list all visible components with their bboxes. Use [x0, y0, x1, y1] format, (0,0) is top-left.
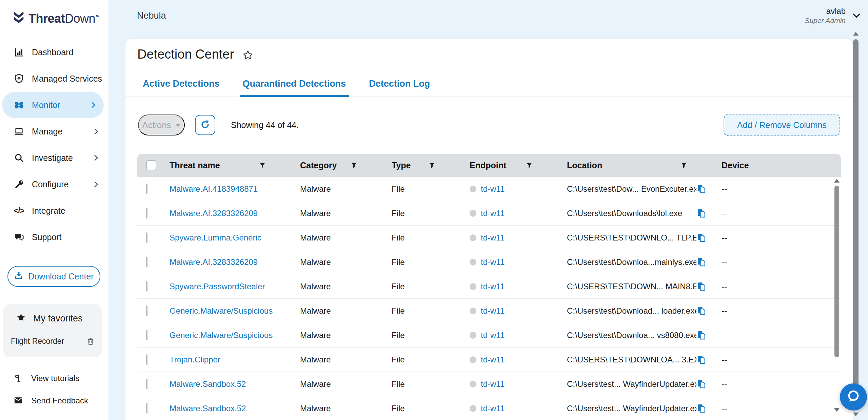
trash-icon[interactable] [86, 337, 95, 346]
threat-name-cell: Generic.Malware/Suspicious [170, 306, 300, 316]
copy-icon[interactable] [696, 330, 706, 340]
row-checkbox[interactable] [146, 232, 147, 243]
table-row[interactable]: Generic.Malware/Suspicious Malware File … [137, 299, 841, 323]
tab-active-detections[interactable]: Active Detections [140, 73, 223, 97]
row-checkbox[interactable] [146, 306, 147, 316]
row-checkbox[interactable] [146, 208, 147, 218]
device-cell: -- [722, 257, 841, 267]
page-scrollbar-thumb[interactable] [853, 39, 859, 404]
view-tutorials-link[interactable]: View tutorials [0, 367, 108, 390]
copy-icon[interactable] [696, 403, 706, 413]
endpoint-link[interactable]: td-w11 [481, 233, 505, 243]
sidebar-item-configure[interactable]: Configure [0, 171, 108, 197]
sidebar-item-dashboard[interactable]: Dashboard [0, 39, 108, 65]
threat-name-link[interactable]: Malware.AI.3283326209 [170, 257, 258, 267]
row-checkbox[interactable] [146, 184, 147, 194]
copy-icon[interactable] [696, 379, 706, 389]
endpoint-link[interactable]: td-w11 [481, 257, 505, 267]
sidebar-item-investigate[interactable]: Investigate [0, 145, 108, 171]
select-all-checkbox[interactable] [146, 160, 156, 170]
row-checkbox[interactable] [146, 379, 147, 389]
category-cell: Malware [300, 233, 392, 243]
sidebar-item-managed-services[interactable]: Managed Services [0, 65, 108, 92]
table-row[interactable]: Malware.AI.3283326209 Malware File td-w1… [137, 250, 841, 274]
endpoint-link[interactable]: td-w11 [481, 404, 505, 413]
filter-icon[interactable] [526, 162, 533, 169]
scroll-up-arrow[interactable] [853, 32, 859, 36]
endpoint-status-dot [470, 186, 476, 192]
location-path: C:\Users\test... WayfinderUpdater.exe [567, 379, 696, 389]
endpoint-link[interactable]: td-w11 [481, 184, 505, 194]
sidebar: ThreatDown™ Dashboard Managed Services M… [0, 0, 108, 420]
table-header-row: Threat name Category Type Endpoint Locat… [137, 154, 841, 177]
endpoint-link[interactable]: td-w11 [481, 379, 505, 389]
user-menu[interactable]: avlab Super Admin [805, 6, 862, 25]
filter-icon[interactable] [350, 162, 358, 169]
sidebar-item-monitor[interactable]: Monitor [2, 92, 104, 118]
scroll-down-arrow[interactable] [853, 413, 859, 416]
column-header-category: Category [300, 161, 392, 170]
filter-icon[interactable] [428, 162, 436, 169]
copy-icon[interactable] [696, 355, 706, 364]
chat-widget-button[interactable] [840, 383, 867, 411]
table-row[interactable]: Malware.AI.4183948871 Malware File td-w1… [137, 177, 841, 201]
row-checkbox[interactable] [146, 257, 147, 267]
filter-icon[interactable] [680, 162, 688, 169]
table-row[interactable]: Generic.Malware/Suspicious Malware File … [137, 323, 841, 348]
favorite-item-flight-recorder[interactable]: Flight Recorder [10, 337, 95, 346]
copy-icon[interactable] [696, 208, 706, 218]
endpoint-link[interactable]: td-w11 [481, 209, 505, 218]
threat-name-link[interactable]: Spyware.PasswordStealer [170, 282, 265, 291]
row-checkbox-cell [137, 209, 170, 218]
table-row[interactable]: Malware.Sandbox.52 Malware File td-w11 C… [137, 372, 841, 396]
refresh-button[interactable] [195, 115, 215, 135]
send-feedback-link[interactable]: Send Feedback [0, 390, 108, 412]
bar-chart-icon [14, 47, 24, 58]
table-row[interactable]: Spyware.PasswordStealer Malware File td-… [137, 274, 841, 299]
table-scrollbar-thumb[interactable] [834, 186, 839, 357]
download-center-button[interactable]: Download Center [7, 266, 100, 287]
row-checkbox[interactable] [146, 330, 147, 340]
threat-name-link[interactable]: Malware.AI.4183948871 [170, 184, 258, 193]
endpoint-link[interactable]: td-w11 [481, 306, 505, 316]
table-row[interactable]: Malware.Sandbox.52 Malware File td-w11 C… [137, 396, 841, 420]
endpoint-link[interactable]: td-w11 [481, 282, 505, 291]
threat-name-link[interactable]: Malware.Sandbox.52 [170, 404, 246, 413]
table-row[interactable]: Malware.AI.3283326209 Malware File td-w1… [137, 201, 841, 226]
copy-icon[interactable] [696, 233, 706, 243]
copy-icon[interactable] [696, 257, 706, 267]
row-checkbox[interactable] [146, 354, 147, 365]
endpoint-status-dot [470, 283, 476, 290]
threat-name-link[interactable]: Spyware.Lumma.Generic [170, 233, 261, 242]
copy-icon[interactable] [696, 184, 706, 194]
endpoint-link[interactable]: td-w11 [481, 331, 505, 340]
tab-quarantined-detections[interactable]: Quarantined Detections [240, 73, 349, 97]
table-row[interactable]: Trojan.Clipper Malware File td-w11 C:\US… [137, 348, 841, 372]
download-center-label: Download Center [28, 272, 94, 281]
threat-name-link[interactable]: Generic.Malware/Suspicious [170, 306, 273, 315]
table-row[interactable]: Spyware.Lumma.Generic Malware File td-w1… [137, 226, 841, 250]
sidebar-item-manage[interactable]: Manage [0, 118, 108, 145]
row-checkbox[interactable] [146, 403, 147, 414]
endpoint-link[interactable]: td-w11 [481, 355, 505, 364]
threat-name-link[interactable]: Trojan.Clipper [170, 355, 220, 364]
copy-icon[interactable] [696, 306, 706, 316]
sidebar-item-integrate[interactable]: </> Integrate [0, 197, 108, 224]
threat-name-link[interactable]: Malware.AI.3283326209 [170, 209, 258, 218]
threat-name-link[interactable]: Generic.Malware/Suspicious [170, 331, 273, 340]
row-checkbox[interactable] [146, 281, 147, 292]
favorite-star-icon[interactable] [242, 49, 254, 61]
binoculars-icon [14, 100, 24, 110]
sidebar-item-support[interactable]: Support [0, 224, 108, 250]
chevron-down-icon[interactable] [851, 10, 862, 21]
copy-icon[interactable] [696, 281, 706, 291]
add-remove-columns-button[interactable]: Add / Remove Columns [724, 114, 840, 136]
tab-detection-log[interactable]: Detection Log [366, 73, 433, 97]
threat-name-link[interactable]: Malware.Sandbox.52 [170, 379, 246, 388]
scroll-up-arrow[interactable] [834, 179, 840, 183]
chevron-right-icon [92, 153, 100, 162]
sidebar-item-label: Configure [32, 180, 68, 189]
scroll-down-arrow[interactable] [834, 408, 840, 412]
actions-button[interactable]: Actions [138, 114, 185, 135]
filter-icon[interactable] [259, 162, 266, 169]
